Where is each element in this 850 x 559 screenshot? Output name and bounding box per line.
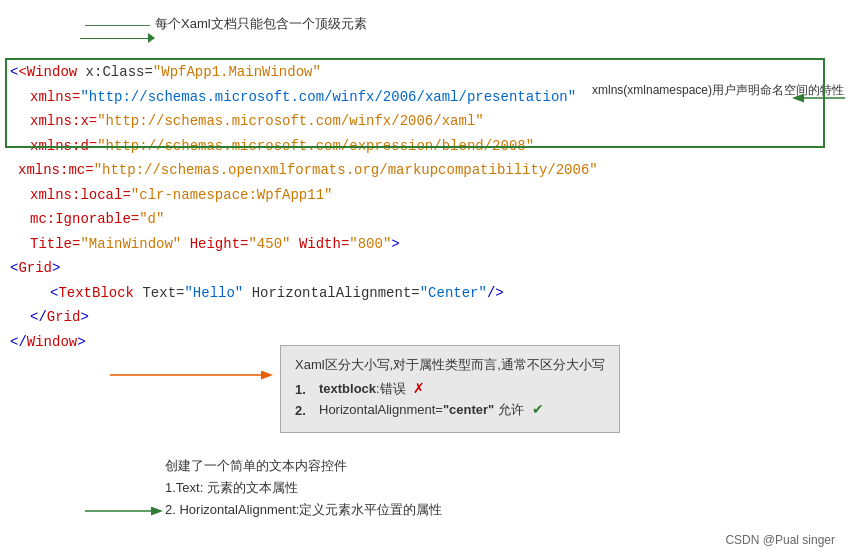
code-line-7: mc:Ignorable="d" bbox=[30, 207, 598, 232]
ann-top-arrow bbox=[148, 33, 155, 43]
code-line-8: Title="MainWindow" Height="450" Width="8… bbox=[30, 232, 598, 257]
popup-title: Xaml区分大小写,对于属性类型而言,通常不区分大小写 bbox=[295, 356, 605, 374]
code-line-6: xmlns:local="clr-namespace:WpfApp11" bbox=[30, 183, 598, 208]
annotation-top-text: 每个Xaml文档只能包含一个顶级元素 bbox=[155, 15, 367, 33]
green-bottom-arrow-svg bbox=[85, 503, 175, 519]
bottom-note-1: 创建了一个简单的文本内容控件 bbox=[165, 455, 442, 477]
bottom-annotation: 创建了一个简单的文本内容控件 1.Text: 元素的文本属性 2. Horizo… bbox=[165, 455, 442, 521]
code-line-2: xmlns="http://schemas.microsoft.com/winf… bbox=[30, 85, 598, 110]
code-line-1: <<Window x:Class="WpfApp1.MainWindow" bbox=[10, 60, 598, 85]
code-line-9: <Grid> bbox=[10, 256, 598, 281]
xmlns-arrow-svg bbox=[790, 68, 850, 108]
code-line-4: xmlns:d="http://schemas.microsoft.com/ex… bbox=[30, 134, 598, 159]
popup-item-1: 1. textblock:错误 ✗ bbox=[295, 380, 605, 398]
watermark: CSDN @Pual singer bbox=[725, 533, 835, 547]
code-line-5: xmlns:mc="http://schemas.openxmlformats.… bbox=[18, 158, 598, 183]
bottom-note-3: 2. HorizontalAlignment:定义元素水平位置的属性 bbox=[165, 499, 442, 521]
bottom-note-2: 1.Text: 元素的文本属性 bbox=[165, 477, 442, 499]
code-line-3: xmlns:x="http://schemas.microsoft.com/wi… bbox=[30, 109, 598, 134]
ann-top-line bbox=[80, 38, 150, 39]
code-line-10: <TextBlock Text="Hello" HorizontalAlignm… bbox=[50, 281, 598, 306]
popup-box: Xaml区分大小写,对于属性类型而言,通常不区分大小写 1. textblock… bbox=[280, 345, 620, 433]
code-line-11: </Grid> bbox=[30, 305, 598, 330]
popup-item-2: 2. HorizontalAlignment="center" 允许 ✔ bbox=[295, 401, 605, 419]
code-area: <<Window x:Class="WpfApp1.MainWindow" xm… bbox=[10, 60, 598, 354]
